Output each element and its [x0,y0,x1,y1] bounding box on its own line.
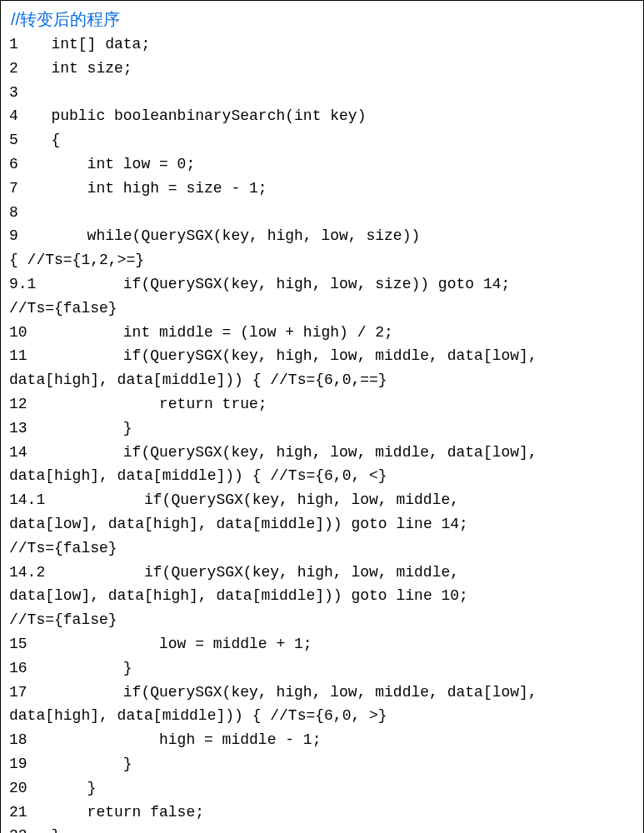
code-line: 4public booleanbinarySearch(int key) [9,104,635,128]
code-line: 11 if(QuerySGX(key, high, low, middle, d… [9,344,635,368]
code-line: 5{ [9,128,635,152]
code-wrap-line: { //Ts={1,2,>=} [9,248,635,272]
code-wrap-line: //Ts={false} [9,608,635,632]
code-wrap-line: data[high], data[middle])) { //Ts={6,0,=… [9,368,635,392]
code-line: 22} [9,824,635,833]
code-line: 8 [9,201,635,225]
code-line: 20 } [9,776,635,801]
code-wrap-line: //Ts={false} [9,297,635,321]
code-line: 12 return true; [9,392,635,416]
code-line: 9 while(QuerySGX(key, high, low, size)) [9,224,635,248]
code-wrap-line: data[high], data[middle])) { //Ts={6,0, … [9,464,635,488]
code-wrap-line: data[low], data[high], data[middle])) go… [9,584,635,608]
code-line: 10 int middle = (low + high) / 2; [9,321,635,345]
code-line: 14 if(QuerySGX(key, high, low, middle, d… [9,441,635,465]
code-line: 14.2 if(QuerySGX(key, high, low, middle, [9,561,635,585]
code-line: 14.1 if(QuerySGX(key, high, low, middle, [9,488,635,512]
code-line: 13 } [9,416,635,441]
code-wrap-line: data[low], data[high], data[middle])) go… [9,512,635,536]
code-line: 7 int high = size - 1; [9,177,635,201]
code-wrap-line: //Ts={false} [9,536,635,561]
code-line: 15 low = middle + 1; [9,632,635,656]
code-line: 17 if(QuerySGX(key, high, low, middle, d… [9,681,635,705]
code-line: 19 } [9,752,635,776]
code-line: 9.1 if(QuerySGX(key, high, low, size)) g… [9,272,635,297]
code-line: 6 int low = 0; [9,152,635,177]
code-line: 1int[] data; [9,32,635,57]
code-line: 16 } [9,656,635,681]
code-line: 2int size; [9,57,635,81]
code-block: //转变后的程序 1int[] data; 2int size; 3 4publ… [0,0,644,833]
header-comment: //转变后的程序 [9,6,635,32]
code-line: 18 high = middle - 1; [9,728,635,752]
code-line: 3 [9,81,635,105]
code-line: 21 return false; [9,801,635,825]
code-wrap-line: data[high], data[middle])) { //Ts={6,0, … [9,704,635,728]
